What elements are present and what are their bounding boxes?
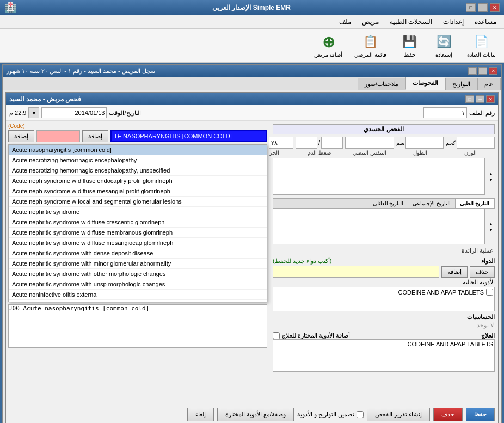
menu-file[interactable]: ملف xyxy=(334,16,357,27)
bp-field: / ضغط الدم xyxy=(296,137,343,156)
dropdown-item-3[interactable]: Acute neph syndrome w diffuse endocaplry… xyxy=(9,176,267,186)
dropdown-item-12[interactable]: Acute nephritic syndrome with other morp… xyxy=(9,269,267,279)
dropdown-item-0[interactable]: Acute nasopharyngitis [common cold] xyxy=(9,145,267,155)
include-dates-text: تضمين التواريخ و الأدوية xyxy=(297,411,354,418)
icd-search-input[interactable] xyxy=(110,130,267,142)
temp-input[interactable] xyxy=(269,137,293,149)
med-checkbox[interactable] xyxy=(486,289,493,296)
maximize-button[interactable]: □ xyxy=(466,3,476,12)
tab-general[interactable]: عام xyxy=(477,78,501,90)
cancel-btn[interactable]: إلغاء xyxy=(187,408,214,421)
dropdown-item-5[interactable]: Acute neph syndrome w focal and segmenta… xyxy=(9,197,267,207)
tab-attachments[interactable]: ملاحقات/صور xyxy=(358,78,405,90)
dropdown-item-9[interactable]: Acute nephritic syndrome w diffuse mesan… xyxy=(9,238,267,248)
dropdown-item-7[interactable]: Acute nephritic syndrome w diffuse cresc… xyxy=(9,217,267,228)
close-button[interactable]: ✕ xyxy=(490,3,500,12)
toolbar-data-label: بيانات العيادة xyxy=(467,52,496,58)
sub-min-btn[interactable]: ─ xyxy=(476,95,484,103)
dropdown-item-6[interactable]: Acute nephritic syndrome xyxy=(9,207,267,217)
scroll-up[interactable]: ▲ xyxy=(489,171,493,176)
icd-add-btn-2[interactable]: إضافة xyxy=(8,130,34,142)
toolbar: 📄 بيانات العيادة 🔄 إستعادة 💾 حفظ 📋 قائمة… xyxy=(0,29,504,63)
scroll-down[interactable]: ▼ xyxy=(489,177,493,182)
date-label: التاريخ/الوقت xyxy=(109,109,140,117)
patient-max-btn[interactable]: □ xyxy=(468,67,477,75)
icd-search-row: (Code) إضافة إضافة xyxy=(8,123,267,142)
left-panel: الفحص الجسدي كجم الوزن xyxy=(269,121,498,404)
toolbar-save-btn[interactable]: 💾 حفظ xyxy=(395,31,425,60)
menu-help[interactable]: مساعدة xyxy=(469,16,502,27)
hist-tab-medical[interactable]: التاريخ الطبي xyxy=(456,199,494,208)
treatment-value: CODEINE AND APAP TABLETS xyxy=(407,341,493,347)
tab-history[interactable]: التواريخ xyxy=(445,78,477,90)
toolbar-list-btn[interactable]: 📋 قائمة المرضي xyxy=(351,31,390,60)
dropdown-item-1[interactable]: Acute necrotizing hemorrhagic encephalop… xyxy=(9,155,267,165)
sub-max-btn[interactable]: □ xyxy=(465,95,474,103)
calendar-btn[interactable]: ▼ xyxy=(28,107,39,118)
notes-area[interactable] xyxy=(273,158,485,195)
add-new-drug-link[interactable]: (أكتب دواء جديد للحفظ) xyxy=(273,258,332,265)
dropdown-item-4[interactable]: Acute neph syndrome w diffuse mesangial … xyxy=(9,186,267,197)
date-input[interactable] xyxy=(41,107,107,118)
patient-tabs: عام التواريخ الفحوصات ملاحقات/صور xyxy=(3,77,501,90)
dropdown-list[interactable]: Acute nasopharyngitis [common cold] Acut… xyxy=(8,144,267,302)
include-dates-checkbox[interactable] xyxy=(357,411,364,418)
toolbar-data-btn[interactable]: 📄 بيانات العيادة xyxy=(463,31,500,60)
dropdown-item-11[interactable]: Acute nephritic syndrome with minor glom… xyxy=(9,259,267,269)
add-meds-checkbox-label[interactable]: أضافة الأدوية المختارة للعلاج xyxy=(273,332,350,339)
hist-scroll-down[interactable]: ▼ xyxy=(489,228,493,232)
bp-input2[interactable] xyxy=(296,137,317,149)
delete-btn[interactable]: حذف xyxy=(433,408,463,421)
weight-input[interactable] xyxy=(457,137,495,149)
save-btn[interactable]: حفظ xyxy=(466,408,495,421)
prescription-btn[interactable]: وصفة/مع الأدوية المختارة xyxy=(217,408,294,421)
dropdown-item-13[interactable]: Acute nephritic syndrome with unsp morph… xyxy=(9,279,267,290)
save-toolbar-icon: 💾 xyxy=(401,33,419,51)
main-title-bar: ✕ ─ □ Simple EMR الإصدار العربي 🏥 xyxy=(0,0,504,15)
exam-sub-title-text: فحص مريض - محمد السيد xyxy=(9,95,81,103)
sub-close-btn[interactable]: ✕ xyxy=(486,95,495,103)
menu-settings[interactable]: إعدادات xyxy=(438,16,469,27)
patient-min-btn[interactable]: ─ xyxy=(478,67,487,75)
respiration-input[interactable] xyxy=(345,137,394,149)
delete-drug-btn[interactable]: حذف xyxy=(470,266,495,278)
menu-records[interactable]: السجلات الطبية xyxy=(384,16,438,27)
add-drug-btn[interactable]: إضافة xyxy=(441,266,468,278)
title-controls[interactable]: ✕ ─ □ xyxy=(466,3,500,12)
icd-code-input[interactable] xyxy=(36,130,80,142)
current-meds-label: الأدوية الحالية xyxy=(273,278,495,287)
hist-tab-family[interactable]: التاريخ العائلي xyxy=(368,199,409,208)
height-input[interactable] xyxy=(405,137,444,149)
tab-examinations[interactable]: الفحوصات xyxy=(405,77,445,90)
exam-row: كجم الوزن سم الطول xyxy=(273,137,495,156)
file-number-input[interactable] xyxy=(423,107,467,118)
menu-patient[interactable]: مريض xyxy=(357,16,384,27)
add-meds-checkbox[interactable] xyxy=(273,332,280,339)
create-report-btn[interactable]: إنشاء تقرير الفحص xyxy=(367,408,430,421)
patient-title-controls[interactable]: ✕ ─ □ xyxy=(468,67,497,75)
dropdown-item-14[interactable]: Acute noninfective otitis externa xyxy=(9,290,267,300)
dropdown-item-2[interactable]: Acute necrotizing hemorrhagic encephalop… xyxy=(9,165,267,176)
physical-exam-section: الفحص الجسدي كجم الوزن xyxy=(273,124,495,156)
dropdown-item-15[interactable]: Acute nonparalytic poliomyelitis xyxy=(9,300,267,302)
toolbar-restore-btn[interactable]: 🔄 إستعادة xyxy=(429,31,459,60)
history-area[interactable] xyxy=(273,209,485,244)
patient-close-btn[interactable]: ✕ xyxy=(489,67,497,75)
temp-label: الحرارة xyxy=(269,150,279,156)
dropdown-item-8[interactable]: Acute nephritic syndrome w diffuse membr… xyxy=(9,228,267,238)
hist-scroll-up[interactable]: ▲ xyxy=(489,222,493,226)
bp-input[interactable] xyxy=(321,137,343,149)
dropdown-item-10[interactable]: Acute nephritic syndrome with dense depo… xyxy=(9,248,267,259)
height-label: الطول xyxy=(413,150,427,156)
diagnosis-area[interactable]: J00 Acute nasopharyngitis [common cold] xyxy=(8,304,267,348)
patient-window: ✕ ─ □ سجل المريض - محمد السيد - رقم ١ - … xyxy=(2,64,502,423)
hist-tab-social[interactable]: التاريخ الإجتماعي xyxy=(408,199,456,208)
minimize-button[interactable]: ─ xyxy=(478,3,488,12)
icd-add-btn[interactable]: إضافة xyxy=(82,130,108,142)
toolbar-add-patient-btn[interactable]: ⊕ أضافة مريض xyxy=(310,31,347,60)
drug-input[interactable] xyxy=(273,266,439,278)
right-panel: (Code) إضافة إضافة Acute nasop xyxy=(6,121,269,404)
height-unit: سم xyxy=(396,140,404,146)
sub-title-controls[interactable]: ✕ ─ □ xyxy=(465,95,495,103)
include-dates-label[interactable]: تضمين التواريخ و الأدوية xyxy=(297,411,364,418)
